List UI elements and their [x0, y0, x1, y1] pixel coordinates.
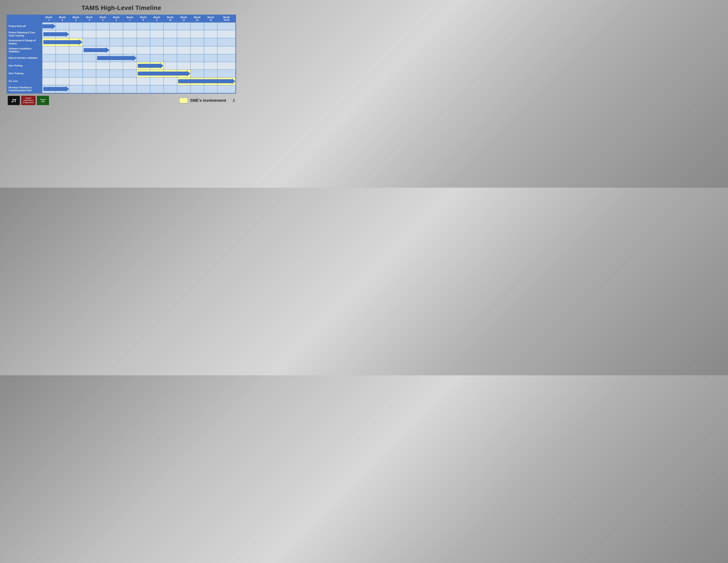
empty-cell-0-3	[83, 23, 96, 30]
empty-cell-4-0	[42, 54, 56, 62]
task-label-5: User Testing	[7, 62, 42, 70]
arrow-cell-6-8	[150, 70, 163, 77]
empty-cell-0-2	[69, 23, 83, 30]
empty-cell-7-7	[137, 77, 150, 85]
empty-cell-1-5	[110, 30, 123, 38]
arrow-cell-1-1	[56, 30, 69, 38]
empty-cell-3-12	[204, 46, 218, 54]
header-month-8: Month8	[137, 15, 150, 23]
empty-cell-0-4	[96, 23, 110, 30]
empty-cell-0-12	[204, 23, 218, 30]
empty-cell-7-0	[42, 77, 56, 85]
empty-cell-3-0	[42, 46, 56, 54]
empty-cell-5-2	[69, 62, 83, 70]
empty-cell-7-5	[110, 77, 123, 85]
empty-cell-3-8	[150, 46, 163, 54]
empty-cell-0-6	[123, 23, 137, 30]
empty-cell-5-3	[83, 62, 96, 70]
arrow-cell-5-7	[137, 62, 150, 70]
logo-oregon-ag: OregonDepartmentof Agriculture	[21, 96, 36, 105]
empty-cell-1-4	[96, 30, 110, 38]
arrow-cell-2-0	[42, 38, 56, 46]
empty-cell-8-3	[83, 85, 96, 93]
empty-cell-4-3	[83, 54, 96, 62]
empty-cell-5-0	[42, 62, 56, 70]
empty-cell-4-1	[56, 54, 69, 62]
empty-cell-0-13	[218, 23, 236, 30]
empty-cell-3-13	[218, 46, 236, 54]
empty-cell-3-9	[163, 46, 177, 54]
empty-cell-5-9	[163, 62, 177, 70]
gantt-container: Month1Month2Month3Month4Month5Month6Mont…	[7, 15, 236, 94]
table-row: Go -Live	[7, 77, 236, 85]
empty-cell-2-12	[204, 38, 218, 46]
empty-cell-1-6	[123, 30, 137, 38]
header-month-6: Month6	[110, 15, 123, 23]
header-month-2: Month2	[56, 15, 69, 23]
arrow-cell-3-3	[83, 46, 96, 54]
arrow-cell-4-6	[123, 54, 137, 62]
header-month-4: Month4	[83, 15, 96, 23]
empty-cell-1-12	[204, 30, 218, 38]
empty-cell-8-10	[177, 85, 190, 93]
arrow-cell-2-2	[69, 38, 83, 46]
empty-cell-4-2	[69, 54, 83, 62]
task-label-2: Assessment & Design of System	[7, 38, 42, 46]
empty-cell-5-13	[218, 62, 236, 70]
arrow-cell-1-0	[42, 30, 56, 38]
header-month-12: Month12	[191, 15, 204, 23]
empty-cell-8-8	[150, 85, 163, 93]
task-label-8: Develop Transition & Communication Plan	[7, 85, 42, 93]
empty-cell-4-12	[204, 54, 218, 62]
empty-cell-6-0	[42, 70, 56, 77]
empty-cell-4-7	[137, 54, 150, 62]
table-row: Software Installation, Validation	[7, 46, 236, 54]
header-month-5: Month5	[96, 15, 110, 23]
task-label-7: Go -Live	[7, 77, 42, 85]
empty-cell-0-9	[163, 23, 177, 30]
empty-cell-8-13	[218, 85, 236, 93]
task-label-3: Software Installation, Validation	[7, 46, 42, 54]
empty-cell-1-2	[69, 30, 83, 38]
empty-cell-8-2	[69, 85, 83, 93]
task-label-1: Project Planning & Core Team Training	[7, 30, 42, 38]
svg-text:JT: JT	[11, 98, 16, 103]
empty-cell-7-9	[163, 77, 177, 85]
empty-cell-3-10	[177, 46, 190, 54]
slide-title: TAMS High-Level Timeline	[81, 4, 161, 11]
arrow-cell-8-0	[42, 85, 56, 93]
empty-cell-5-11	[191, 62, 204, 70]
header-month-14: Month14-18	[218, 15, 236, 23]
empty-cell-6-4	[96, 70, 110, 77]
empty-cell-0-7	[137, 23, 150, 30]
arrow-cell-7-10	[177, 77, 190, 85]
table-row: Data & Interface validation	[7, 54, 236, 62]
empty-cell-2-4	[96, 38, 110, 46]
empty-cell-1-13	[218, 30, 236, 38]
empty-cell-8-11	[191, 85, 204, 93]
legend-box	[179, 98, 188, 103]
table-row: Project Kick-off	[7, 23, 236, 30]
empty-cell-1-10	[177, 30, 190, 38]
header-month-10: Month10	[163, 15, 177, 23]
arrow-cell-0-0	[42, 23, 56, 30]
empty-cell-6-6	[123, 70, 137, 77]
empty-cell-0-5	[110, 23, 123, 30]
empty-cell-8-4	[96, 85, 110, 93]
empty-cell-5-12	[204, 62, 218, 70]
empty-cell-3-7	[137, 46, 150, 54]
header-month-11: Month11	[177, 15, 190, 23]
arrow-cell-2-1	[56, 38, 69, 46]
empty-cell-0-8	[150, 23, 163, 30]
empty-cell-2-13	[218, 38, 236, 46]
empty-cell-6-3	[83, 70, 96, 77]
empty-cell-1-3	[83, 30, 96, 38]
empty-cell-4-9	[163, 54, 177, 62]
arrow-cell-6-7	[137, 70, 150, 77]
header-month-1: Month1	[42, 15, 56, 23]
page-number: 2	[233, 98, 235, 103]
arrow-cell-6-9	[163, 70, 177, 77]
table-row: User Training	[7, 70, 236, 77]
empty-cell-7-2	[69, 77, 83, 85]
empty-cell-0-11	[191, 23, 204, 30]
